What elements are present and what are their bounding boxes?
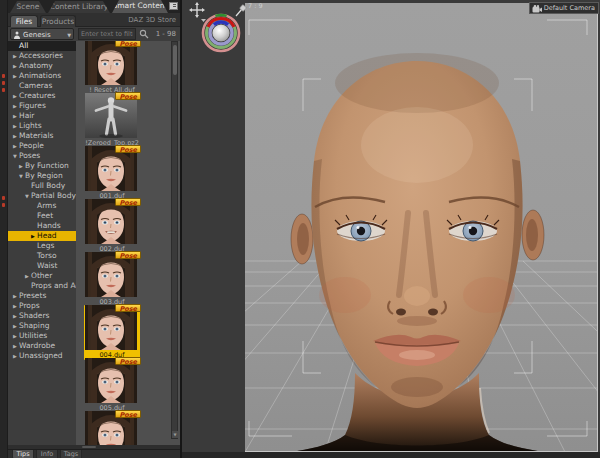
tab-smart-content[interactable]: Smart Content: [112, 0, 168, 13]
tree-item-animations[interactable]: ▶Animations: [8, 71, 76, 81]
tree-item-hands[interactable]: Hands: [8, 221, 76, 231]
tree-item-by-region[interactable]: ▼By Region: [8, 171, 76, 181]
thumbnail-001-duf[interactable]: Pose001.duf: [84, 146, 140, 201]
tab-content-library[interactable]: Content Library: [48, 1, 110, 13]
scrollbar-vertical[interactable]: ▼: [171, 41, 178, 439]
tree-item-all[interactable]: All: [8, 41, 76, 51]
tree-item-shaping[interactable]: ▶Shaping: [8, 321, 76, 331]
tree-item-props[interactable]: ▶Props: [8, 301, 76, 311]
chevron-down-icon: ▼: [67, 30, 71, 40]
tree-item-utilities[interactable]: ▶Utilities: [8, 331, 76, 341]
tab-scene[interactable]: Scene: [10, 1, 46, 13]
tree-item-legs[interactable]: Legs: [8, 241, 76, 251]
tree-item-wardrobe[interactable]: ▶Wardrobe: [8, 341, 76, 351]
splitter-grip-dot: [2, 203, 5, 207]
thumbnail-partial[interactable]: Pose: [84, 411, 140, 445]
camera-icon: [532, 5, 542, 13]
scrollbar-down-button[interactable]: ▼: [172, 431, 178, 438]
tree-item-props-and-accessor[interactable]: Props and Accessor...: [8, 281, 76, 291]
filter-toolbar: Genesis ▼ 1 - 98: [8, 27, 180, 41]
filter-input[interactable]: [78, 28, 136, 40]
daz-3d-store-link[interactable]: DAZ 3D Store: [128, 16, 176, 24]
thumbnail-002-duf[interactable]: Pose002.duf: [84, 199, 140, 254]
tree-item-label: Hair: [19, 111, 34, 120]
tab-info[interactable]: Info: [36, 450, 58, 458]
tree-item-unassigned[interactable]: ▶Unassigned: [8, 351, 76, 361]
thumbnail-list: Pose! Reset All.dufPose!Zeroed_Top.pz2Po…: [76, 41, 180, 445]
tree-item-shaders[interactable]: ▶Shaders: [8, 311, 76, 321]
tree-item-arms[interactable]: Arms: [8, 201, 76, 211]
camera-selector-button[interactable]: Default Camera: [529, 2, 599, 14]
tree-item-accessories[interactable]: ▶Accessories: [8, 51, 76, 61]
tab-tags[interactable]: Tags: [60, 450, 82, 458]
tree-item-label: By Function: [25, 161, 69, 170]
scene-render: [245, 3, 598, 452]
pin-icon[interactable]: [233, 3, 247, 19]
tree-item-presets[interactable]: ▶Presets: [8, 291, 76, 301]
tree-item-partial-body[interactable]: ▼Partial Body: [8, 191, 76, 201]
smart-content-pane: Scene Content Library Smart Content File…: [8, 0, 180, 458]
camera-selector-label: Default Camera: [544, 4, 595, 12]
tree-item-creatures[interactable]: ▶Creatures: [8, 91, 76, 101]
context-dropdown[interactable]: Genesis ▼: [10, 28, 74, 40]
tree-item-label: Shaders: [19, 311, 49, 320]
thumbnail-reset-all-duf[interactable]: Pose! Reset All.duf: [84, 41, 140, 95]
tree-item-label: Legs: [37, 241, 54, 250]
tree-item-hair[interactable]: ▶Hair: [8, 111, 76, 121]
tree-item-label: Creatures: [19, 91, 56, 100]
tree-item-label: Anatomy: [19, 61, 53, 70]
tree-item-label: Presets: [19, 291, 46, 300]
tree-item-label: Cameras: [19, 81, 52, 90]
subtab-files[interactable]: Files: [10, 15, 38, 27]
aspect-ratio-label: 7 : 9: [248, 2, 263, 10]
pose-type-badge: Pose: [115, 92, 141, 100]
subtab-products[interactable]: Products: [40, 15, 76, 27]
thumbnail-004-duf[interactable]: Pose004.duf: [84, 305, 140, 360]
thumbnail-zeroed-top-pz2[interactable]: Pose!Zeroed_Top.pz2: [84, 93, 140, 148]
tree-item-torso[interactable]: Torso: [8, 251, 76, 261]
tree-item-feet[interactable]: Feet: [8, 211, 76, 221]
tree-item-label: Props and Accessor...: [31, 281, 76, 290]
tree-item-people[interactable]: ▶People: [8, 141, 76, 151]
render-area-3d-view[interactable]: [245, 3, 598, 452]
tree-item-label: Full Body: [31, 181, 65, 190]
daz-studio-window: Scene Content Library Smart Content File…: [0, 0, 600, 458]
tree-item-anatomy[interactable]: ▶Anatomy: [8, 61, 76, 71]
tree-item-label: Poses: [19, 151, 40, 160]
tree-item-lights[interactable]: ▶Lights: [8, 121, 76, 131]
tree-item-label: Other: [31, 271, 52, 280]
tree-item-label: Unassigned: [19, 351, 63, 360]
files-products-bar: Files Products DAZ 3D Store: [8, 13, 180, 27]
scrollbar-thumb[interactable]: [173, 45, 177, 75]
tree-item-head[interactable]: ▶Head: [8, 231, 76, 241]
splitter-grip-dot: [2, 88, 5, 92]
tree-item-label: Head: [37, 231, 57, 240]
tree-item-label: By Region: [25, 171, 63, 180]
tree-item-label: Waist: [37, 261, 57, 270]
tab-tips[interactable]: Tips: [12, 450, 34, 458]
tree-item-materials[interactable]: ▶Materials: [8, 131, 76, 141]
tree-item-figures[interactable]: ▶Figures: [8, 101, 76, 111]
pane-options-icon[interactable]: [169, 2, 178, 10]
tree-item-label: Partial Body: [31, 191, 76, 200]
tree-item-by-function[interactable]: ▶By Function: [8, 161, 76, 171]
tree-item-label: Hands: [37, 221, 61, 230]
tree-item-full-body[interactable]: Full Body: [8, 181, 76, 191]
tree-item-label: Materials: [19, 131, 53, 140]
splitter-grip-dot: [2, 74, 5, 78]
tree-item-other[interactable]: ▶Other: [8, 271, 76, 281]
tree-item-waist[interactable]: Waist: [8, 261, 76, 271]
tree-item-label: Torso: [37, 251, 56, 260]
pane-splitter-strip[interactable]: [0, 0, 8, 458]
viewport-pane: 7 : 9 Default Camera: [180, 0, 600, 458]
tree-item-label: Utilities: [19, 331, 47, 340]
tree-item-cameras[interactable]: Cameras: [8, 81, 76, 91]
pose-type-badge: Pose: [115, 304, 141, 312]
tree-item-label: Arms: [37, 201, 56, 210]
thumbnail-003-duf[interactable]: Pose003.duf: [84, 252, 140, 307]
thumbnail-005-duf[interactable]: Pose005.duf: [84, 358, 140, 413]
tree-item-label: Lights: [19, 121, 42, 130]
search-icon[interactable]: [139, 29, 149, 39]
tree-item-poses[interactable]: ▼Poses: [8, 151, 76, 161]
category-tree: All▶Accessories▶Anatomy▶AnimationsCamera…: [8, 41, 76, 445]
